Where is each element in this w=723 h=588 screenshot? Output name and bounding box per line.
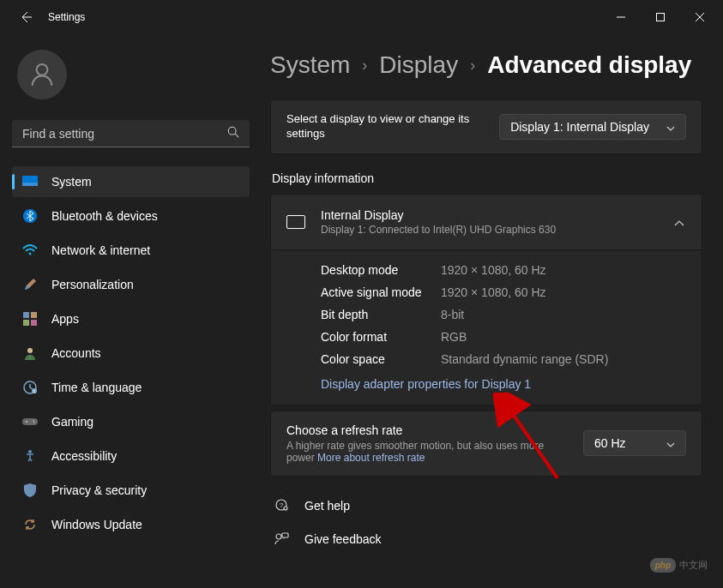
give-feedback-link[interactable]: Give feedback bbox=[270, 531, 702, 549]
update-icon bbox=[22, 517, 38, 532]
sidebar-item-update[interactable]: Windows Update bbox=[12, 509, 250, 540]
prop-bit-depth: Bit depth8-bit bbox=[321, 303, 686, 326]
close-button[interactable] bbox=[680, 3, 720, 31]
monitor-icon bbox=[286, 215, 305, 229]
sidebar-item-privacy[interactable]: Privacy & security bbox=[12, 475, 250, 506]
bluetooth-icon bbox=[22, 208, 38, 224]
svg-rect-24 bbox=[282, 533, 288, 537]
svg-rect-8 bbox=[31, 312, 37, 318]
shield-icon bbox=[22, 483, 38, 498]
minimize-button[interactable] bbox=[601, 3, 641, 31]
sidebar-item-time[interactable]: 文 Time & language bbox=[12, 372, 250, 403]
svg-rect-4 bbox=[22, 183, 38, 186]
brush-icon bbox=[22, 277, 38, 292]
prop-color-space: Color spaceStandard dynamic range (SDR) bbox=[321, 348, 686, 370]
display-selector-label: Select a display to view or change its s… bbox=[286, 112, 499, 141]
svg-point-16 bbox=[26, 421, 27, 423]
sidebar-item-label: Personalization bbox=[51, 278, 134, 291]
chevron-right-icon: › bbox=[470, 57, 475, 75]
feedback-icon bbox=[274, 531, 289, 549]
sidebar-item-label: Privacy & security bbox=[51, 483, 147, 497]
prop-desktop-mode: Desktop mode1920 × 1080, 60 Hz bbox=[321, 259, 686, 281]
refresh-rate-dropdown[interactable]: 60 Hz bbox=[583, 430, 686, 456]
svg-point-6 bbox=[29, 253, 32, 255]
accessibility-icon bbox=[22, 448, 38, 464]
chevron-down-icon bbox=[666, 436, 675, 450]
sidebar-item-system[interactable]: System bbox=[12, 166, 250, 197]
display-info-header[interactable]: Internal Display Display 1: Connected to… bbox=[271, 195, 702, 249]
sidebar-item-label: Accessibility bbox=[51, 449, 117, 463]
search-box[interactable] bbox=[12, 120, 250, 147]
system-icon bbox=[22, 174, 38, 189]
sidebar-item-label: Windows Update bbox=[51, 518, 142, 531]
svg-rect-15 bbox=[22, 418, 38, 425]
maximize-button[interactable] bbox=[641, 3, 680, 31]
prop-signal-mode: Active signal mode1920 × 1080, 60 Hz bbox=[321, 281, 686, 303]
person-icon bbox=[22, 345, 38, 361]
clock-icon: 文 bbox=[22, 380, 38, 395]
sidebar-item-label: System bbox=[51, 175, 92, 189]
sidebar-item-apps[interactable]: Apps bbox=[12, 303, 250, 334]
breadcrumb: System › Display › Advanced display bbox=[270, 51, 702, 79]
svg-rect-7 bbox=[23, 312, 29, 318]
svg-text:文: 文 bbox=[33, 389, 36, 393]
sidebar-item-label: Network & internet bbox=[51, 243, 150, 257]
svg-text:?: ? bbox=[280, 501, 284, 509]
display-sub: Display 1: Connected to Intel(R) UHD Gra… bbox=[321, 224, 556, 236]
sidebar-item-label: Gaming bbox=[51, 415, 93, 429]
prop-color-format: Color formatRGB bbox=[321, 326, 686, 348]
svg-point-19 bbox=[28, 450, 32, 453]
sidebar-item-network[interactable]: Network & internet bbox=[12, 235, 250, 266]
svg-point-23 bbox=[276, 534, 281, 539]
sidebar-item-label: Accounts bbox=[51, 346, 101, 360]
sidebar-item-gaming[interactable]: Gaming bbox=[12, 406, 250, 437]
wifi-icon bbox=[22, 243, 38, 258]
svg-rect-0 bbox=[657, 14, 665, 21]
refresh-title: Choose a refresh rate bbox=[286, 423, 569, 437]
adapter-properties-link[interactable]: Display adapter properties for Display 1 bbox=[321, 370, 686, 391]
chevron-up-icon bbox=[674, 214, 684, 230]
breadcrumb-system[interactable]: System bbox=[270, 51, 350, 79]
sidebar-item-accessibility[interactable]: Accessibility bbox=[12, 441, 250, 471]
watermark: php 中文网 bbox=[650, 558, 708, 573]
svg-point-2 bbox=[228, 127, 236, 135]
chevron-right-icon: › bbox=[362, 57, 367, 75]
sidebar-item-label: Bluetooth & devices bbox=[51, 209, 158, 223]
svg-rect-9 bbox=[23, 320, 29, 326]
search-input[interactable] bbox=[22, 127, 227, 141]
sidebar-item-bluetooth[interactable]: Bluetooth & devices bbox=[12, 201, 250, 231]
page-title: Advanced display bbox=[487, 51, 691, 79]
svg-point-11 bbox=[27, 348, 33, 353]
breadcrumb-display[interactable]: Display bbox=[379, 51, 458, 79]
svg-rect-10 bbox=[31, 320, 37, 326]
avatar[interactable] bbox=[17, 50, 67, 99]
search-icon bbox=[227, 126, 239, 141]
apps-icon bbox=[22, 311, 38, 327]
sidebar-item-personalization[interactable]: Personalization bbox=[12, 269, 250, 300]
svg-point-21 bbox=[284, 507, 287, 510]
get-help-link[interactable]: ? Get help bbox=[270, 497, 702, 515]
section-title: Display information bbox=[272, 171, 702, 185]
sidebar-item-label: Apps bbox=[51, 312, 79, 326]
help-icon: ? bbox=[274, 497, 289, 515]
sidebar-item-label: Time & language bbox=[51, 381, 142, 394]
refresh-more-link[interactable]: More about refresh rate bbox=[317, 452, 425, 464]
display-name: Internal Display bbox=[321, 208, 556, 222]
sidebar-item-accounts[interactable]: Accounts bbox=[12, 338, 250, 369]
svg-point-17 bbox=[33, 420, 34, 422]
svg-point-1 bbox=[37, 64, 48, 75]
display-selector-dropdown[interactable]: Display 1: Internal Display bbox=[499, 114, 686, 140]
chevron-down-icon bbox=[666, 120, 675, 134]
refresh-sub: A higher rate gives smoother motion, but… bbox=[286, 440, 569, 464]
gamepad-icon bbox=[22, 414, 38, 429]
back-button[interactable] bbox=[19, 10, 33, 24]
window-title: Settings bbox=[48, 11, 85, 23]
svg-point-18 bbox=[33, 422, 35, 423]
